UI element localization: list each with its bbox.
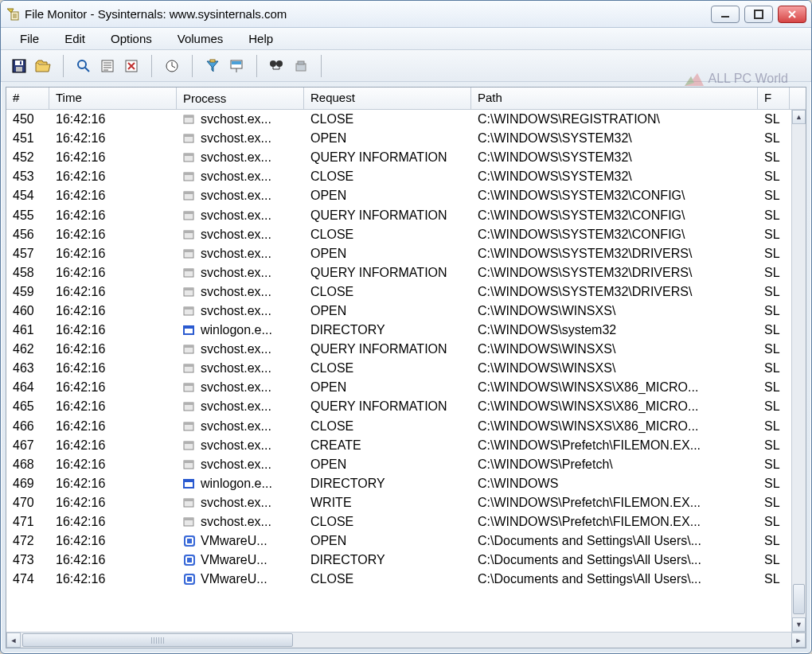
toolbar — [1, 50, 811, 82]
table-row[interactable]: 46316:42:16svchost.ex...CLOSEC:\WINDOWS\… — [6, 359, 806, 378]
table-row[interactable]: 45016:42:16svchost.ex...CLOSEC:\WINDOWS\… — [6, 110, 806, 129]
process-icon — [183, 400, 196, 413]
column-header-process[interactable]: Process — [177, 88, 304, 109]
toolbar-separator — [321, 55, 322, 77]
cell-time: 16:42:16 — [49, 112, 177, 127]
svg-point-14 — [270, 60, 276, 67]
process-icon — [183, 209, 196, 222]
process-icon — [183, 420, 196, 433]
cell-result: SL — [758, 534, 790, 548]
svg-rect-13 — [232, 61, 241, 64]
scroll-thumb[interactable] — [793, 584, 805, 614]
table-row[interactable]: 45516:42:16svchost.ex...QUERY INFORMATIO… — [6, 205, 806, 224]
table-row[interactable]: 46016:42:16svchost.ex...OPENC:\WINDOWS\W… — [6, 302, 806, 321]
cell-request: QUERY INFORMATION — [304, 208, 471, 223]
cell-process: VMwareU... — [177, 572, 304, 586]
table-row[interactable]: 45216:42:16svchost.ex...QUERY INFORMATIO… — [6, 148, 806, 167]
table-row[interactable]: 47416:42:16VMwareU...CLOSEC:\Documents a… — [6, 570, 806, 589]
cell-process: VMwareU... — [177, 534, 304, 548]
listview-rows[interactable]: 45016:42:16svchost.ex...CLOSEC:\WINDOWS\… — [6, 110, 806, 648]
menu-file[interactable]: File — [9, 30, 50, 47]
table-row[interactable]: 45616:42:16svchost.ex...CLOSEC:\WINDOWS\… — [6, 225, 806, 244]
column-header-num[interactable]: # — [6, 88, 49, 109]
cell-process: svchost.ex... — [177, 361, 304, 376]
cell-path: C:\WINDOWS\WINSXS\X86_MICRO... — [471, 399, 758, 414]
find-icon[interactable] — [267, 56, 287, 76]
time-icon[interactable] — [162, 56, 182, 76]
autoscroll-icon[interactable] — [97, 56, 118, 76]
svg-rect-55 — [184, 461, 193, 463]
svg-point-15 — [276, 60, 283, 67]
table-row[interactable]: 47216:42:16VMwareU...OPENC:\Documents an… — [6, 531, 806, 551]
scroll-right-icon[interactable]: ► — [791, 633, 806, 648]
table-row[interactable]: 45716:42:16svchost.ex...OPENC:\WINDOWS\S… — [6, 244, 806, 263]
cell-time: 16:42:16 — [49, 131, 177, 146]
table-row[interactable]: 46816:42:16svchost.ex...OPENC:\WINDOWS\P… — [6, 455, 806, 474]
table-row[interactable]: 45416:42:16svchost.ex...OPENC:\WINDOWS\S… — [6, 186, 806, 205]
cell-result: SL — [758, 150, 790, 165]
cell-result: SL — [758, 247, 790, 261]
table-row[interactable]: 46716:42:16svchost.ex...CREATEC:\WINDOWS… — [6, 436, 806, 455]
cell-process: svchost.ex... — [177, 342, 304, 356]
horizontal-scrollbar[interactable]: ◄ ► — [6, 632, 806, 648]
cell-num: 465 — [6, 399, 49, 414]
svg-rect-39 — [184, 307, 193, 309]
column-header-request[interactable]: Request — [304, 88, 471, 109]
save-icon[interactable] — [9, 56, 29, 76]
open-icon[interactable] — [33, 56, 53, 76]
table-row[interactable]: 47116:42:16svchost.ex...CLOSEC:\WINDOWS\… — [6, 512, 806, 531]
table-row[interactable]: 45116:42:16svchost.ex...OPENC:\WINDOWS\S… — [6, 129, 806, 148]
hscroll-thumb[interactable] — [22, 633, 293, 647]
cell-request: QUERY INFORMATION — [304, 399, 471, 414]
process-icon — [183, 362, 196, 375]
cell-process: svchost.ex... — [177, 285, 304, 299]
table-row[interactable]: 47316:42:16VMwareU...DIRECTORYC:\Documen… — [6, 551, 806, 570]
cell-result: SL — [758, 399, 790, 414]
table-row[interactable]: 47016:42:16svchost.ex...WRITEC:\WINDOWS\… — [6, 493, 806, 512]
cell-request: CLOSE — [304, 169, 471, 184]
jump-icon[interactable] — [291, 56, 311, 76]
scroll-down-icon[interactable]: ▼ — [792, 617, 806, 632]
vertical-scrollbar[interactable]: ▲ ▼ — [791, 110, 806, 632]
close-button[interactable] — [778, 6, 806, 23]
capture-icon[interactable] — [73, 56, 94, 76]
cell-process: svchost.ex... — [177, 399, 304, 414]
process-icon — [183, 573, 196, 586]
table-row[interactable]: 46416:42:16svchost.ex...OPENC:\WINDOWS\W… — [6, 378, 806, 397]
filter-icon[interactable] — [202, 56, 223, 76]
clear-icon[interactable] — [121, 56, 142, 76]
table-row[interactable]: 46516:42:16svchost.ex...QUERY INFORMATIO… — [6, 397, 806, 416]
titlebar[interactable]: File Monitor - Sysinternals: www.sysinte… — [1, 1, 811, 28]
table-row[interactable]: 45316:42:16svchost.ex...CLOSEC:\WINDOWS\… — [6, 167, 806, 186]
cell-path: C:\WINDOWS\SYSTEM32\DRIVERS\ — [471, 266, 758, 280]
table-row[interactable]: 45916:42:16svchost.ex...CLOSEC:\WINDOWS\… — [6, 282, 806, 302]
column-header-path[interactable]: Path — [471, 88, 758, 109]
minimize-button[interactable] — [711, 6, 740, 23]
scroll-left-icon[interactable]: ◄ — [6, 633, 21, 648]
column-header-result[interactable]: F — [758, 88, 790, 109]
table-row[interactable]: 46916:42:16winlogon.e...DIRECTORYC:\WIND… — [6, 474, 806, 493]
cell-result: SL — [758, 228, 790, 242]
column-header-time[interactable]: Time — [49, 88, 177, 109]
table-row[interactable]: 46616:42:16svchost.ex...CLOSEC:\WINDOWS\… — [6, 417, 806, 436]
cell-path: C:\WINDOWS\Prefetch\ — [471, 457, 758, 472]
cell-time: 16:42:16 — [49, 208, 177, 223]
cell-process: svchost.ex... — [177, 438, 304, 453]
maximize-button[interactable] — [744, 6, 773, 23]
table-row[interactable]: 46116:42:16winlogon.e...DIRECTORYC:\WIND… — [6, 321, 806, 340]
cell-time: 16:42:16 — [49, 228, 177, 242]
cell-process: svchost.ex... — [177, 189, 304, 203]
cell-time: 16:42:16 — [49, 323, 177, 337]
menu-options[interactable]: Options — [100, 30, 163, 47]
menu-edit[interactable]: Edit — [53, 30, 96, 47]
table-row[interactable]: 46216:42:16svchost.ex...QUERY INFORMATIO… — [6, 340, 806, 359]
scroll-up-icon[interactable]: ▲ — [792, 110, 806, 124]
menu-volumes[interactable]: Volumes — [166, 30, 235, 47]
cell-result: SL — [758, 266, 790, 280]
table-row[interactable]: 45816:42:16svchost.ex...QUERY INFORMATIO… — [6, 263, 806, 282]
cell-process: svchost.ex... — [177, 266, 304, 280]
menu-help[interactable]: Help — [237, 30, 284, 47]
highlight-icon[interactable] — [226, 56, 247, 76]
svg-rect-31 — [184, 231, 193, 233]
process-icon — [183, 170, 196, 183]
